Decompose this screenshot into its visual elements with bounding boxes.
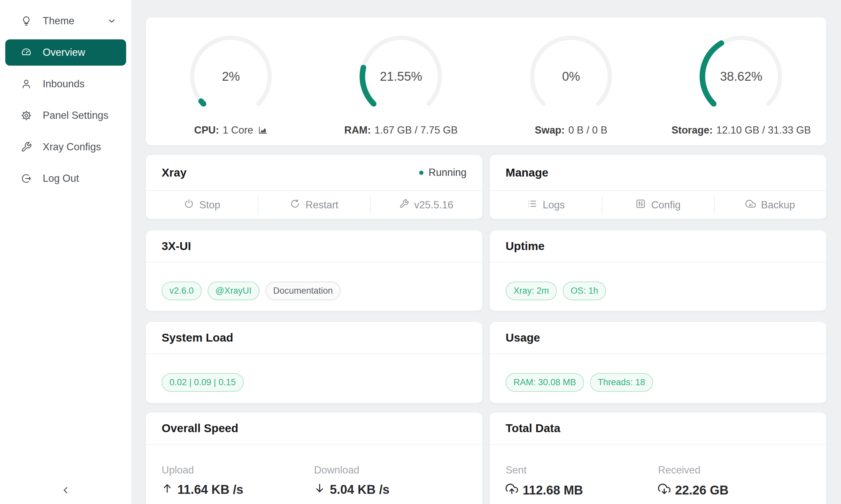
documentation-badge[interactable]: Documentation — [265, 282, 341, 300]
swap-label: Swap:0 B / 0 B — [535, 124, 607, 136]
chevron-down-icon — [107, 16, 116, 25]
download-value: 5.04 KB /s — [330, 483, 390, 497]
backup-button[interactable]: Backup — [714, 191, 826, 219]
bulb-icon — [20, 15, 32, 27]
sidebar-item-xray-configs[interactable]: Xray Configs — [5, 134, 126, 160]
logout-icon — [20, 173, 32, 184]
load-average-badge: 0.02 | 0.09 | 0.15 — [161, 373, 244, 392]
manage-card-title: Manage — [505, 166, 548, 179]
wrench-icon — [20, 141, 32, 153]
xray-status: Running — [419, 167, 466, 179]
cloud-upload-icon — [505, 483, 518, 498]
restart-icon — [290, 199, 300, 212]
usage-card: Usage RAM: 30.08 MB Threads: 18 — [490, 322, 826, 403]
upload-value: 11.64 KB /s — [177, 483, 243, 497]
total-data-card-title: Total Data — [505, 421, 561, 435]
arrow-down-icon — [314, 483, 325, 497]
cloud-download-icon — [658, 483, 670, 498]
arrow-up-icon — [161, 483, 173, 497]
xui-card: 3X-UI v2.6.0 @XrayUI Documentation — [146, 230, 482, 311]
uptime-card: Uptime Xray: 2m OS: 1h — [490, 230, 826, 311]
storage-percent: 38.62% — [699, 34, 784, 119]
gear-icon — [20, 110, 32, 121]
cpu-percent: 2% — [188, 34, 274, 119]
swap-gauge: 0% Swap:0 B / 0 B — [486, 17, 656, 145]
download-stat: Download 5.04 KB /s — [314, 464, 466, 497]
xui-card-title: 3X-UI — [161, 239, 191, 253]
xray-card-title: Xray — [161, 166, 187, 179]
sidebar-item-label: Log Out — [43, 173, 79, 184]
system-gauges-card: 2% CPU:1 Core — [146, 17, 826, 145]
upload-value-row: 11.64 KB /s — [161, 483, 314, 497]
manage-card: Manage Logs — [490, 155, 826, 219]
sidebar-item-theme[interactable]: Theme — [5, 8, 126, 34]
ram-gauge: 21.55% RAM:1.67 GB / 7.75 GB — [316, 17, 486, 145]
sliders-icon — [635, 199, 646, 212]
cloud-server-icon — [745, 199, 756, 212]
config-button[interactable]: Config — [602, 191, 714, 219]
sent-stat: Sent 112.68 MB — [505, 464, 658, 498]
ram-label: RAM:1.67 GB / 7.75 GB — [344, 124, 458, 136]
xray-card: Xray Running Stop — [146, 155, 482, 219]
os-uptime-badge: OS: 1h — [563, 282, 606, 300]
main-content: 2% CPU:1 Core — [132, 0, 841, 504]
usage-card-title: Usage — [505, 331, 540, 344]
ram-usage-badge: RAM: 30.08 MB — [505, 373, 584, 392]
swap-percent: 0% — [528, 34, 614, 119]
download-value-row: 5.04 KB /s — [314, 483, 466, 497]
sidebar-collapse-button[interactable] — [0, 485, 132, 497]
threads-badge: Threads: 18 — [590, 373, 653, 392]
sent-label: Sent — [505, 464, 658, 476]
sidebar-item-log-out[interactable]: Log Out — [5, 165, 126, 192]
user-icon — [20, 78, 32, 90]
chevron-left-icon — [61, 485, 71, 497]
received-label: Received — [658, 464, 810, 476]
status-dot — [419, 170, 424, 175]
wrench-icon — [399, 199, 409, 211]
app-root: Theme Overview — [0, 0, 841, 504]
overall-speed-card: Overall Speed Upload 11.64 KB /s — [146, 412, 482, 504]
sidebar-item-overview[interactable]: Overview — [5, 39, 126, 66]
received-value-row: 22.26 GB — [658, 483, 810, 498]
sidebar-item-label: Inbounds — [43, 78, 85, 90]
status-label: Running — [429, 167, 466, 179]
sent-value-row: 112.68 MB — [505, 483, 658, 498]
upload-label: Upload — [161, 464, 314, 476]
sent-value: 112.68 MB — [523, 483, 583, 498]
power-icon — [184, 199, 194, 212]
xray-version-button[interactable]: v25.5.16 — [370, 191, 482, 219]
telegram-badge[interactable]: @XrayUI — [208, 282, 259, 300]
xray-uptime-badge: Xray: 2m — [505, 282, 557, 300]
received-value: 22.26 GB — [675, 483, 728, 498]
sidebar-item-label: Panel Settings — [43, 110, 108, 121]
sidebar-item-panel-settings[interactable]: Panel Settings — [5, 102, 126, 129]
total-data-card: Total Data Sent 112.68 MB — [490, 412, 826, 504]
received-stat: Received 22.26 GB — [658, 464, 810, 498]
sidebar-item-label: Theme — [43, 15, 74, 27]
download-label: Download — [314, 464, 466, 476]
sidebar-item-label: Xray Configs — [43, 141, 101, 153]
logs-button[interactable]: Logs — [490, 191, 602, 219]
area-chart-icon[interactable] — [258, 125, 268, 135]
overall-speed-card-title: Overall Speed — [161, 421, 238, 435]
system-load-card-title: System Load — [161, 331, 233, 344]
cpu-label: CPU:1 Core — [194, 124, 268, 136]
uptime-card-title: Uptime — [505, 239, 545, 253]
list-icon — [527, 199, 537, 212]
restart-button[interactable]: Restart — [258, 191, 370, 219]
storage-gauge: 38.62% Storage:12.10 GB / 31.33 GB — [656, 17, 826, 145]
version-badge[interactable]: v2.6.0 — [161, 282, 202, 300]
storage-label: Storage:12.10 GB / 31.33 GB — [671, 124, 811, 136]
dashboard-icon — [20, 47, 32, 58]
sidebar: Theme Overview — [0, 0, 132, 504]
system-load-card: System Load 0.02 | 0.09 | 0.15 — [146, 322, 482, 403]
sidebar-item-inbounds[interactable]: Inbounds — [5, 71, 126, 97]
upload-stat: Upload 11.64 KB /s — [161, 464, 314, 497]
stop-button[interactable]: Stop — [146, 191, 258, 219]
sidebar-item-label: Overview — [43, 47, 85, 58]
ram-percent: 21.55% — [358, 34, 444, 119]
cpu-gauge: 2% CPU:1 Core — [146, 17, 316, 145]
